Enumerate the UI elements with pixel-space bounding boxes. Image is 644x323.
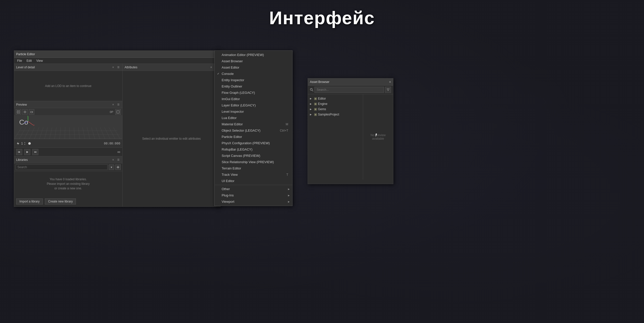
speed-slider-handle[interactable] <box>28 142 31 145</box>
menu-item-asset-editor[interactable]: Asset Editor <box>215 64 292 71</box>
lod-menu-icon[interactable]: ≡ <box>111 65 115 69</box>
menu-file[interactable]: File <box>15 58 24 63</box>
asset-filter-btn[interactable] <box>385 87 391 93</box>
menu-item-label: Console <box>222 72 234 76</box>
menu-item-layer-editor-legacy[interactable]: Layer Editor (LEGACY) <box>215 102 292 108</box>
libraries-menu-icon[interactable]: ≡ <box>111 158 115 162</box>
libraries-search-dropdown[interactable]: ▼ <box>109 164 114 170</box>
menu-item-viewport[interactable]: Viewport <box>215 198 292 205</box>
svg-line-4 <box>28 121 33 125</box>
speed-up[interactable]: ▲ <box>24 141 26 143</box>
menu-item-script-canvas-preview[interactable]: Script Canvas (PREVIEW) <box>215 153 292 159</box>
libraries-title: Libraries <box>16 158 28 162</box>
preview-settings-btn[interactable] <box>22 109 28 115</box>
tree-folder-icon: ▣ <box>314 97 317 100</box>
menu-item-animation-editor-preview[interactable]: Animation Editor (PREVIEW) <box>215 52 292 58</box>
preview-grid-icon[interactable]: ☰ <box>116 103 120 107</box>
preview-open-btn[interactable] <box>16 109 21 115</box>
tree-item-engine[interactable]: ▶▣Engine <box>308 101 363 106</box>
asset-browser-title: Asset Browser <box>310 80 329 84</box>
particle-editor-window: Particle Editor × File Edit View Level o… <box>14 50 221 207</box>
menu-item-terrain-editor[interactable]: Terrain Editor <box>215 165 292 171</box>
menu-item-material-editor[interactable]: Material EditorM <box>215 121 292 127</box>
speed-value: 1 <box>21 142 23 145</box>
speed-down[interactable]: ▼ <box>24 143 26 145</box>
preview-particle-count: 0P <box>110 110 113 113</box>
libraries-grid-icon[interactable]: ☰ <box>116 158 120 162</box>
menu-item-entity-outliner[interactable]: Entity Outliner <box>215 83 292 90</box>
play-btn[interactable] <box>24 149 30 155</box>
particle-editor-menubar: File Edit View <box>14 58 220 64</box>
attributes-title: Attributes <box>125 66 137 69</box>
menu-item-label: Terrain Editor <box>222 166 241 170</box>
menu-item-label: Animation Editor (PREVIEW) <box>222 53 264 57</box>
library-empty-text: You have 0 loaded libraries. Please impo… <box>47 177 90 191</box>
tree-item-label: SamplesProject <box>318 113 339 116</box>
rewind-btn[interactable] <box>16 149 22 155</box>
menu-item-other[interactable]: Other <box>215 186 292 192</box>
create-library-btn[interactable]: Create new library <box>45 198 76 204</box>
asset-search-input[interactable] <box>314 87 384 93</box>
left-panel: Level of detail ≡ ☰ Add an LOD to an ite… <box>14 64 123 207</box>
preview-toolbar: 0P <box>14 108 122 116</box>
menu-view[interactable]: View <box>34 58 45 63</box>
menu-item-label: Layer Editor (LEGACY) <box>222 103 256 107</box>
attributes-menu-icon[interactable]: ≡ <box>209 65 213 69</box>
lod-panel-icons: ≡ ☰ <box>111 65 120 69</box>
tree-item-editor[interactable]: ▶▣Editor <box>308 96 363 101</box>
menu-item-ui-editor[interactable]: UI Editor <box>215 178 292 184</box>
menu-edit[interactable]: Edit <box>24 58 34 63</box>
menu-item-label: ImGui Editor <box>222 97 240 101</box>
preview-viewport: x y Co <box>14 116 122 139</box>
menu-item-object-selector-legacy[interactable]: Object Selector (LEGACY)Ctrl+T <box>215 127 292 134</box>
tree-item-gems[interactable]: ▶▣Gems <box>308 106 363 112</box>
libraries-icons: ≡ ☰ <box>111 158 120 162</box>
svg-point-13 <box>310 89 312 91</box>
menu-item-plug-ins[interactable]: Plug-Ins <box>215 192 292 198</box>
menu-item-flow-graph-legacy[interactable]: Flow Graph (LEGACY) <box>215 90 292 96</box>
menu-item-console[interactable]: ✓Console <box>215 71 292 77</box>
lod-panel-title: Level of detail <box>16 66 35 69</box>
libraries-add-btn[interactable] <box>115 164 121 170</box>
no-preview-text: No preview available <box>370 133 386 140</box>
menu-check-icon: ✓ <box>217 72 219 75</box>
menu-item-particle-editor[interactable]: Particle Editor <box>215 134 292 140</box>
menu-item-entity-inspector[interactable]: Entity Inspector <box>215 77 292 83</box>
menu-item-level-inspector[interactable]: Level Inspector <box>215 108 292 115</box>
preview-extra-btn[interactable] <box>115 109 121 115</box>
loop-btn[interactable]: ∞ <box>118 150 120 154</box>
menu-item-label: Slice Relationship View (PREVIEW) <box>222 160 274 164</box>
libraries-search-input[interactable] <box>16 164 108 170</box>
menu-item-label: Object Selector (LEGACY) <box>222 129 260 132</box>
lod-panel-header: Level of detail ≡ ☰ <box>14 64 122 71</box>
import-library-btn[interactable]: Import a library <box>16 198 43 204</box>
tree-arrow-icon: ▶ <box>310 113 313 116</box>
menu-item-lua-editor[interactable]: Lua Editor <box>215 115 292 121</box>
menu-item-label: UI Editor <box>222 179 235 183</box>
asset-search-icon <box>310 88 313 92</box>
menu-item-rollupbar-legacy[interactable]: RollupBar (LEGACY) <box>215 146 292 153</box>
menu-item-label: Entity Inspector <box>222 78 244 82</box>
tree-folder-icon: ▣ <box>314 107 317 111</box>
asset-tree: ▶▣Editor▶▣Engine▶▣Gems▶▣SamplesProject <box>308 94 363 180</box>
preview-camera-btn[interactable] <box>29 109 34 115</box>
co-label: Co <box>19 118 28 126</box>
menu-item-imgui-editor[interactable]: ImGui Editor <box>215 96 292 102</box>
next-btn[interactable] <box>32 149 38 155</box>
tree-item-label: Editor <box>318 97 326 100</box>
speed-control: 1 ▲ ▼ <box>21 141 26 145</box>
menu-item-label: PhysX Configuration (PREVIEW) <box>222 141 270 145</box>
menu-item-slice-relationship-view-preview[interactable]: Slice Relationship View (PREVIEW) <box>215 159 292 165</box>
menu-item-physx-configuration-preview[interactable]: PhysX Configuration (PREVIEW) <box>215 140 292 146</box>
right-panel: Attributes ≡ ☰ Select an individual emit… <box>123 64 220 207</box>
asset-browser-close[interactable]: × <box>389 80 391 84</box>
menu-shortcut: M <box>286 123 288 126</box>
menu-item-track-view[interactable]: Track ViewT <box>215 171 292 178</box>
speed-stepper[interactable]: ▲ ▼ <box>24 141 26 145</box>
preview-menu-icon[interactable]: ≡ <box>111 103 115 107</box>
menu-item-asset-browser[interactable]: Asset Browser <box>215 58 292 64</box>
lod-grid-icon[interactable]: ☰ <box>116 65 120 69</box>
preview-panel-header: Preview ≡ ☰ <box>14 101 122 108</box>
tree-item-samplesproject[interactable]: ▶▣SamplesProject <box>308 112 363 117</box>
menu-item-label: Viewport <box>222 200 234 203</box>
